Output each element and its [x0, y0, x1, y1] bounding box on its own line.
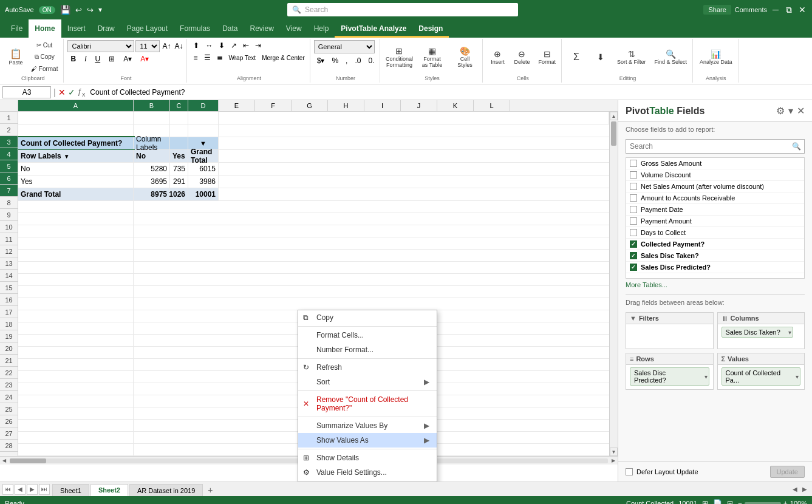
cell-e4[interactable] — [219, 150, 609, 162]
row-header-9[interactable]: 9 — [0, 209, 18, 221]
chip-dropdown-icon-rows[interactable]: ▾ — [705, 373, 708, 380]
tab-view[interactable]: View — [280, 19, 308, 38]
cell-a24[interactable] — [18, 395, 134, 407]
field-checkbox-net-sales[interactable] — [630, 183, 637, 190]
cell-a1[interactable] — [18, 112, 134, 124]
sheet-nav-prev[interactable]: ◀ — [15, 484, 26, 495]
merge-center-button[interactable]: Merge & Center — [259, 53, 307, 63]
col-header-a[interactable]: A — [18, 100, 134, 111]
tab-formulas[interactable]: Formulas — [174, 19, 216, 38]
normal-view-icon[interactable]: ⊞ — [702, 499, 708, 504]
cell-b6[interactable]: 3695 — [134, 175, 170, 188]
row-header-22[interactable]: 22 — [0, 367, 18, 379]
underline-button[interactable]: U — [92, 53, 103, 64]
row-header-2[interactable]: 2 — [0, 124, 18, 136]
row-header-12[interactable]: 12 — [0, 245, 18, 257]
cut-button[interactable]: ✂ Cut — [28, 40, 61, 50]
col-header-b[interactable]: B — [134, 100, 170, 111]
row-header-7[interactable]: 7 — [0, 185, 18, 197]
row-header-1[interactable]: 1 — [0, 112, 18, 124]
ctx-summarize[interactable]: Summarize Values By ▶ — [298, 418, 437, 433]
ctx-copy[interactable]: ⧉ Copy — [298, 310, 437, 325]
cell-a23[interactable] — [18, 383, 134, 395]
sheet-scroll-right-icon[interactable]: ▶ — [802, 486, 807, 492]
increase-decimal-button[interactable]: .0 — [352, 55, 364, 67]
sheet-tab-ar-dataset[interactable]: AR Dataset in 2019 — [129, 484, 203, 496]
field-item-sales-disc-predicted[interactable]: ✓ Sales Disc Predicted? — [626, 262, 804, 273]
scroll-thumb[interactable] — [611, 121, 616, 146]
columns-chip-sales-disc-taken[interactable]: Sales Disc Taken? ▾ — [722, 327, 793, 338]
field-checkbox-sales-disc-taken[interactable]: ✓ — [630, 252, 637, 259]
cell-b1[interactable] — [134, 112, 170, 124]
redo-icon[interactable]: ↪ — [87, 5, 94, 15]
cell-a12[interactable] — [18, 250, 134, 261]
col-header-c[interactable]: C — [170, 100, 188, 111]
col-header-l[interactable]: L — [474, 100, 510, 111]
pivot-close-icon[interactable]: ✕ — [797, 105, 805, 117]
zoom-in-button[interactable]: + — [783, 499, 788, 504]
field-item-gross-sales[interactable]: Gross Sales Amount — [626, 158, 804, 169]
cell-c2[interactable] — [170, 124, 188, 137]
cell-a11[interactable] — [18, 237, 134, 249]
field-item-sales-disc-taken[interactable]: ✓ Sales Disc Taken? — [626, 250, 804, 262]
cell-a17[interactable] — [18, 310, 134, 322]
cell-c6[interactable]: 291 — [170, 175, 188, 188]
ctx-number-format[interactable]: Number Format... — [298, 342, 437, 357]
cancel-formula-icon[interactable]: ✕ — [58, 87, 66, 97]
cell-e1[interactable] — [219, 112, 609, 124]
format-as-table-button[interactable]: ▦ Format as Table — [417, 44, 447, 70]
field-item-amount-ar[interactable]: Amount to Accounts Receivable — [626, 192, 804, 204]
text-direction-button[interactable]: ↗ — [228, 40, 239, 51]
align-right-button[interactable]: ≣ — [214, 52, 225, 63]
insert-button[interactable]: ⊕ Insert — [486, 47, 508, 67]
cell-b4[interactable]: No — [134, 150, 170, 162]
cell-rest-15[interactable] — [134, 286, 609, 298]
col-header-e[interactable]: E — [219, 100, 255, 111]
row-header-17[interactable]: 17 — [0, 306, 18, 318]
cell-a10[interactable] — [18, 225, 134, 237]
cell-d4[interactable]: Grand Total — [188, 150, 219, 162]
ctx-value-field-settings[interactable]: ⚙ Value Field Settings... — [298, 465, 437, 480]
row-header-19[interactable]: 19 — [0, 330, 18, 342]
copy-button[interactable]: ⧉ Copy — [28, 52, 61, 63]
font-color-button[interactable]: A▾ — [137, 53, 152, 64]
row-header-14[interactable]: 14 — [0, 270, 18, 282]
minimize-button[interactable]: ─ — [771, 5, 780, 15]
cell-rest-13[interactable] — [134, 262, 609, 273]
h-scroll-thumb[interactable] — [10, 458, 46, 463]
ctx-show-details[interactable]: ⊞ Show Details — [298, 451, 437, 465]
cell-b3[interactable]: Column Labels — [134, 137, 170, 149]
page-layout-icon[interactable]: 📄 — [713, 499, 722, 504]
pivot-settings-icon[interactable]: ⚙ — [776, 105, 785, 117]
col-header-k[interactable]: K — [437, 100, 474, 111]
cell-styles-button[interactable]: 🎨 Cell Styles — [449, 44, 480, 70]
cell-c1[interactable] — [170, 112, 188, 124]
row-header-26[interactable]: 26 — [0, 415, 18, 427]
cell-d1[interactable] — [188, 112, 219, 124]
pivot-collapse-icon[interactable]: ▾ — [788, 105, 793, 117]
more-tables-link[interactable]: More Tables... — [626, 279, 805, 291]
cell-a28[interactable] — [18, 444, 134, 455]
vertical-scrollbar[interactable]: ▲ ▼ — [609, 112, 618, 456]
tab-pagelayout[interactable]: Page Layout — [121, 19, 174, 38]
cell-d7[interactable]: 10001 — [188, 188, 219, 200]
row-header-20[interactable]: 20 — [0, 342, 18, 355]
cell-a18[interactable] — [18, 322, 134, 334]
cell-e2[interactable] — [219, 124, 609, 137]
defer-checkbox-box[interactable] — [626, 468, 633, 475]
col-header-h[interactable]: H — [328, 100, 364, 111]
tab-review[interactable]: Review — [244, 19, 279, 38]
align-top-button[interactable]: ⬆ — [191, 40, 202, 51]
sheet-nav-next[interactable]: ▶ — [27, 484, 38, 495]
cell-rest-9[interactable] — [134, 213, 609, 225]
align-center-button[interactable]: ☰ — [202, 52, 213, 63]
sheet-tab-sheet2[interactable]: Sheet2 — [90, 484, 128, 496]
cell-reference-box[interactable] — [2, 86, 51, 98]
share-button[interactable]: Share — [703, 5, 731, 15]
percent-button[interactable]: % — [329, 55, 341, 67]
cell-d2[interactable] — [188, 124, 219, 137]
cell-a5[interactable]: No — [18, 163, 134, 175]
cell-a16[interactable] — [18, 298, 134, 310]
undo-icon[interactable]: ↩ — [75, 5, 82, 15]
cell-rest-16[interactable] — [134, 298, 609, 310]
